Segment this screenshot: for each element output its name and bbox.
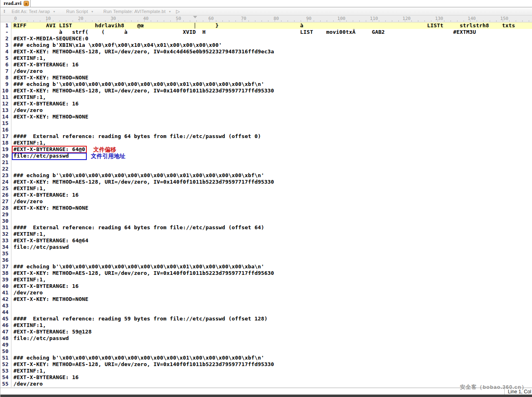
editor-row[interactable]: 30 [0,218,532,224]
editor-row[interactable]: 16 [0,127,532,133]
line-text: #EXTINF:1, [11,55,532,61]
run-template-dropdown[interactable]: Run Template: AVITemplate.bt ▼ [103,9,171,14]
line-number: 49 [0,342,11,348]
ruler-mark: 80 [273,16,279,21]
line-text: #EXT-X-KEY: METHOD=AES-128, URI=/dev/zer… [11,361,532,368]
editor-row[interactable]: 6#EXT-X-BYTERANGE: 16 [0,61,532,68]
editor-row[interactable]: 29 [0,211,532,218]
editor-row[interactable]: 24#EXT-X-KEY: METHOD=AES-128, URI=/dev/z… [0,179,532,185]
line-text: #EXT-X-KEY: METHOD=NONE [11,296,532,303]
editor-row[interactable]: 20file://etc/passwd文件引用地址 [0,153,532,159]
editor-row[interactable]: 4#EXT-X-KEY: METHOD=AES-128, URI=/dev/ze… [0,48,532,55]
line-number: 8 [0,75,11,81]
editor-row[interactable]: 3### echoing b'XBIN\x1a \x00\x0f\x00\x10… [0,42,532,48]
line-text [11,127,532,133]
tab-title: read.avi [4,0,22,7]
edit-as-dropdown[interactable]: Edit As: Text /wrap ▼ [12,9,56,14]
line-text: #EXT-X-KEY: METHOD=AES-128, URI=/dev/zer… [11,48,532,55]
editor-row[interactable]: 47#EXT-X-BYTERANGE: 59@128 [0,329,532,335]
editor-row[interactable]: 43 [0,303,532,309]
line-text: à strf( ( à XVID H LIST movi00txÂ GAB2 #… [11,29,532,35]
line-text: #EXTINF:1, [11,140,532,146]
editor-row[interactable]: 15 [0,120,532,127]
editor-row[interactable]: 14#EXT-X-KEY: METHOD=NONE [0,114,532,120]
editor-row[interactable]: 54#EXT-X-BYTERANGE: 16 [0,374,532,381]
editor-row[interactable]: 41/dev/zero [0,290,532,296]
ruler-mark: 50 [176,16,181,21]
editor-row[interactable]: 40#EXT-X-BYTERANGE: 16 [0,283,532,290]
tab-close-icon[interactable]: x [24,1,29,6]
line-number: 7 [0,68,11,75]
editor-row[interactable]: 34file://etc/passwd [0,244,532,250]
line-number: 40 [0,283,11,290]
line-number: 14 [0,114,11,120]
editor-row[interactable]: 21 [0,159,532,166]
editor-row[interactable]: 53#EXTINF:1, [0,368,532,374]
line-text: #EXTINF:1, [11,185,532,192]
line-number: 21 [0,159,11,166]
line-text: #EXTINF:1, [11,231,532,237]
editor-row[interactable]: 11#EXTINF:1, [0,94,532,101]
line-text [11,257,532,263]
editor-row[interactable]: 17#### External reference: reading 64 by… [0,133,532,140]
editor-row[interactable]: 5#EXTINF:1, [0,55,532,61]
line-number: 19 [0,146,11,153]
line-text: /dev/zero [11,381,532,387]
line-number: 30 [0,218,11,224]
line-number: 55 [0,381,11,387]
tab-read-avi[interactable]: read.avi x [1,0,31,7]
line-text: RIFF AVI LIST hdrlavih8 @œ } à LISTt str… [11,22,532,29]
editor-row[interactable]: 28#EXT-X-KEY: METHOD=NONE [0,205,532,211]
editor-row[interactable]: 35 [0,250,532,257]
line-text: #EXT-X-BYTERANGE: 16 [11,374,532,381]
line-text: #EXTINF:1, [11,322,532,329]
line-number: 1 [0,22,11,29]
editor-row[interactable]: 52#EXT-X-KEY: METHOD=AES-128, URI=/dev/z… [0,361,532,368]
editor-row[interactable]: 12#EXT-X-BYTERANGE: 16 [0,101,532,107]
editor-row[interactable]: 8#EXT-X-KEY: METHOD=NONE [0,75,532,81]
collapse-toolbar-icon[interactable]: ▾ ▾ [4,10,5,13]
editor-row[interactable]: 18#EXTINF:1, [0,140,532,146]
editor-row[interactable]: 39#EXTINF:1, [0,276,532,283]
editor-row[interactable]: 7/dev/zero [0,68,532,75]
editor-row[interactable]: 23### echoing b'\x00\x00\x00\x00\x00\x00… [0,172,532,179]
editor-row[interactable]: 36 [0,257,532,263]
editor-row[interactable]: 22 [0,166,532,172]
editor-row[interactable]: 32#EXTINF:1, [0,231,532,237]
editor-content[interactable]: 1RIFF AVI LIST hdrlavih8 @œ } à LISTt st… [0,22,532,387]
editor-row[interactable]: 31#### External reference: reading 64 by… [0,224,532,231]
editor-row[interactable]: 27/dev/zero [0,198,532,205]
editor-row[interactable]: 2#EXT-X-MEDIA-SEQUENCE:0 [0,35,532,42]
line-number: 43 [0,303,11,309]
line-number: 36 [0,257,11,263]
editor-row[interactable]: 48file://etc/passwd [0,335,532,342]
editor-row[interactable]: 50 [0,348,532,355]
editor-row[interactable]: 46#EXTINF:1, [0,322,532,329]
line-text [11,166,532,172]
editor-row[interactable]: 26#EXT-X-BYTERANGE: 16 [0,192,532,198]
editor-row[interactable]: 9### echoing b'\x00\x00\x00\x00\x00\x00\… [0,81,532,88]
run-script-dropdown[interactable]: Run Script ▼ [66,9,94,14]
line-number: 39 [0,276,11,283]
editor-row[interactable]: 13/dev/zero [0,107,532,114]
editor-row[interactable]: 45#### External reference: reading 59 by… [0,316,532,322]
editor-row[interactable]: 51### echoing b'\x00\x00\x00\x00\x00\x00… [0,355,532,361]
ruler-mark: 140 [468,16,476,21]
editor-row[interactable]: 10#EXT-X-KEY: METHOD=AES-128, URI=/dev/z… [0,88,532,94]
editor-row[interactable]: 38#EXT-X-KEY: METHOD=AES-128, URI=/dev/z… [0,270,532,276]
run-play-icon[interactable]: ▷ [176,9,180,14]
line-number: 32 [0,231,11,237]
editor-row[interactable]: 42#EXT-X-KEY: METHOD=NONE [0,296,532,303]
editor-row[interactable]: 25#EXTINF:1, [0,185,532,192]
editor-row[interactable]: 44 [0,309,532,316]
line-text: #EXTINF:1, [11,276,532,283]
line-number: 25 [0,185,11,192]
editor-row[interactable]: 55/dev/zero [0,381,532,387]
editor-row[interactable]: 49 [0,342,532,348]
editor-row[interactable]: 19#EXT-X-BYTERANGE: 64@0文件偏移 [0,146,532,153]
editor-row[interactable]: - à strf( ( à XVID H LIST movi00txÂ GAB2… [0,29,532,35]
editor-row[interactable]: 1RIFF AVI LIST hdrlavih8 @œ } à LISTt st… [0,22,532,29]
editor-row[interactable]: 37### echoing b'\x00\x00\x00\x00\x00\x00… [0,263,532,270]
line-number: 3 [0,42,11,48]
editor-row[interactable]: 33#EXT-X-BYTERANGE: 64@64 [0,237,532,244]
